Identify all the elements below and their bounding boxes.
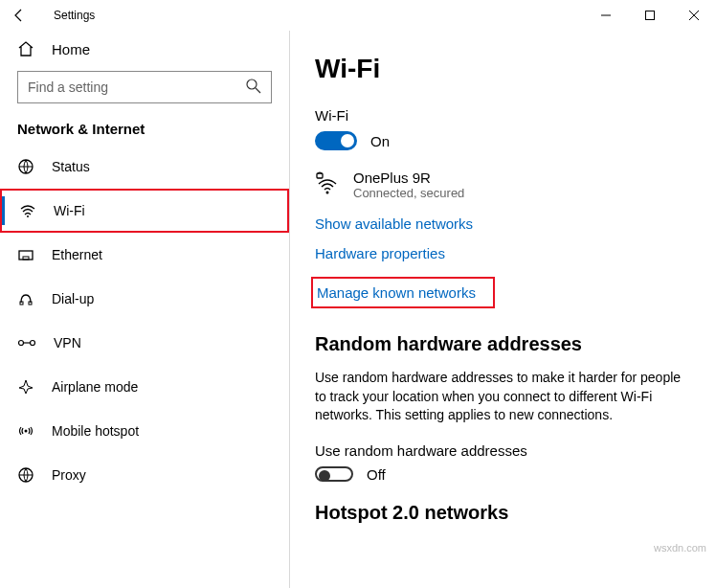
sidebar-item-hotspot[interactable]: Mobile hotspot xyxy=(0,409,289,453)
maximize-button[interactable] xyxy=(628,0,672,31)
sidebar-item-proxy[interactable]: Proxy xyxy=(0,453,289,497)
sidebar-item-dialup[interactable]: Dial-up xyxy=(0,277,289,321)
sidebar-item-label: Proxy xyxy=(52,467,86,483)
minimize-button[interactable] xyxy=(584,0,628,31)
sidebar-item-label: Dial-up xyxy=(52,291,94,306)
wifi-toggle[interactable] xyxy=(315,131,357,150)
secured-wifi-icon xyxy=(315,170,340,200)
sidebar-item-label: Mobile hotspot xyxy=(52,423,139,439)
sidebar-item-status[interactable]: Status xyxy=(0,145,289,189)
random-addresses-toggle[interactable] xyxy=(315,466,353,482)
watermark: wsxdn.com xyxy=(654,542,706,554)
svg-point-11 xyxy=(31,341,35,346)
random-addresses-body: Use random hardware addresses to make it… xyxy=(315,369,691,425)
sidebar-item-label: VPN xyxy=(54,335,81,351)
svg-rect-16 xyxy=(317,173,323,178)
svg-rect-1 xyxy=(646,11,655,20)
random-toggle-label: Use random hardware addresses xyxy=(315,442,691,459)
proxy-icon xyxy=(17,466,34,484)
sidebar-item-label: Ethernet xyxy=(52,247,102,262)
sidebar-item-airplane[interactable]: Airplane mode xyxy=(0,365,289,409)
svg-rect-9 xyxy=(29,302,32,305)
back-button[interactable] xyxy=(0,8,38,23)
hotspot-icon xyxy=(17,422,34,440)
svg-point-5 xyxy=(27,215,29,217)
content-pane: Wi-Fi Wi-Fi On OnePlus 9R Connected, sec… xyxy=(289,31,716,588)
network-name: OnePlus 9R xyxy=(353,170,464,186)
current-network[interactable]: OnePlus 9R Connected, secured xyxy=(315,170,691,200)
link-manage-known-networks[interactable]: Manage known networks xyxy=(317,284,476,301)
sidebar: Home Network & Internet Status Wi-Fi Eth… xyxy=(0,31,289,588)
search-input[interactable] xyxy=(17,71,272,103)
window-title: Settings xyxy=(38,9,584,22)
home-button[interactable]: Home xyxy=(0,31,289,67)
network-status: Connected, secured xyxy=(353,186,464,200)
svg-point-13 xyxy=(25,430,28,433)
hotspot-heading: Hotspot 2.0 networks xyxy=(315,502,691,524)
random-addresses-heading: Random hardware addresses xyxy=(315,333,691,355)
sidebar-item-label: Wi-Fi xyxy=(54,203,85,218)
wifi-toggle-label: Wi-Fi xyxy=(315,107,691,124)
random-toggle-state: Off xyxy=(367,466,386,483)
page-title: Wi-Fi xyxy=(315,54,691,84)
svg-rect-6 xyxy=(19,251,33,260)
home-label: Home xyxy=(52,41,90,57)
airplane-icon xyxy=(17,378,34,396)
dialup-icon xyxy=(17,290,34,307)
status-icon xyxy=(17,158,34,175)
vpn-icon xyxy=(17,334,36,351)
sidebar-section: Network & Internet xyxy=(0,121,289,145)
search-icon xyxy=(245,78,262,95)
sidebar-item-label: Airplane mode xyxy=(52,379,138,395)
svg-point-10 xyxy=(19,341,24,346)
titlebar: Settings xyxy=(0,0,716,31)
link-show-available-networks[interactable]: Show available networks xyxy=(315,215,691,232)
sidebar-item-ethernet[interactable]: Ethernet xyxy=(0,233,289,277)
sidebar-item-label: Status xyxy=(52,159,90,174)
svg-rect-8 xyxy=(20,302,23,305)
close-button[interactable] xyxy=(672,0,716,31)
ethernet-icon xyxy=(17,246,34,263)
svg-line-3 xyxy=(256,88,260,93)
sidebar-item-wifi[interactable]: Wi-Fi xyxy=(0,189,289,233)
wifi-toggle-state: On xyxy=(370,133,390,149)
svg-rect-7 xyxy=(23,257,29,260)
link-hardware-properties[interactable]: Hardware properties xyxy=(315,245,691,261)
svg-point-15 xyxy=(326,192,329,194)
sidebar-item-vpn[interactable]: VPN xyxy=(0,321,289,365)
wifi-icon xyxy=(19,202,36,219)
home-icon xyxy=(17,40,34,57)
svg-point-2 xyxy=(247,79,257,89)
